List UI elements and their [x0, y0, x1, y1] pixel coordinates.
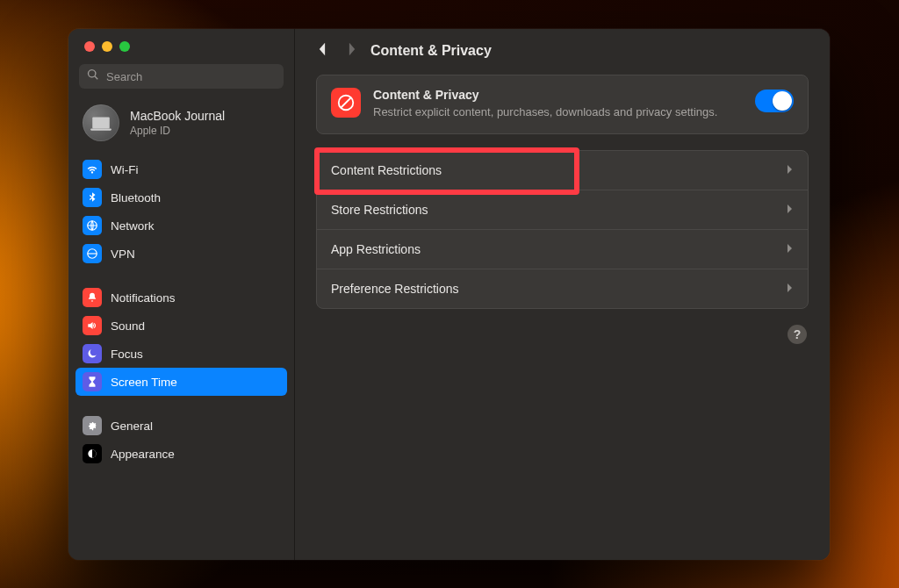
sidebar-item-label: General [111, 419, 153, 433]
svg-rect-0 [92, 118, 110, 129]
help-button[interactable]: ? [788, 325, 807, 344]
sidebar-item-sound[interactable]: Sound [76, 312, 287, 340]
gear-icon [83, 416, 102, 435]
account-name: MacBook Journal [130, 109, 225, 123]
chevron-right-icon [787, 242, 794, 256]
sidebar-item-label: VPN [111, 247, 135, 261]
sidebar-item-label: Bluetooth [111, 191, 161, 204]
account-row[interactable]: MacBook Journal Apple ID [68, 97, 294, 154]
row-content-restrictions[interactable]: Content Restrictions [317, 151, 808, 190]
maximize-button[interactable] [119, 41, 130, 52]
forward-button[interactable] [347, 41, 358, 61]
account-sub: Apple ID [130, 125, 225, 137]
back-button[interactable] [316, 41, 327, 61]
row-label: Preference Restrictions [331, 282, 459, 296]
window-controls [68, 29, 294, 59]
content-privacy-hero: Content & Privacy Restrict explicit cont… [316, 75, 809, 134]
minimize-button[interactable] [102, 41, 112, 52]
sidebar-item-label: Notifications [111, 291, 176, 305]
chevron-right-icon [787, 203, 794, 217]
help-label: ? [794, 327, 802, 341]
search-input[interactable] [104, 69, 276, 84]
chevron-right-icon [787, 163, 794, 177]
content-privacy-toggle[interactable] [755, 90, 794, 112]
nosign-icon [331, 88, 361, 118]
speaker-icon [83, 316, 102, 335]
bluetooth-icon [83, 188, 102, 207]
row-label: App Restrictions [331, 242, 421, 256]
svg-rect-1 [90, 129, 111, 131]
sidebar-item-appearance[interactable]: Appearance [76, 440, 287, 468]
hero-title: Content & Privacy [373, 88, 743, 102]
row-label: Store Restrictions [331, 203, 428, 217]
chevron-right-icon [787, 282, 794, 296]
row-app-restrictions[interactable]: App Restrictions [317, 229, 808, 269]
close-button[interactable] [84, 41, 95, 52]
page-title: Content & Privacy [370, 43, 809, 59]
detail-pane: Content & Privacy Content & Privacy Rest… [295, 29, 830, 560]
restrictions-list: Content Restrictions Store Restrictions … [316, 150, 809, 309]
sidebar-item-notifications[interactable]: Notifications [76, 283, 287, 312]
vpn-icon [83, 244, 102, 263]
search-icon [87, 68, 99, 84]
sidebar-item-label: Appearance [111, 448, 175, 461]
sidebar-item-label: Network [111, 219, 155, 233]
search-field[interactable] [79, 64, 284, 89]
sidebar: MacBook Journal Apple ID Wi-Fi Bluetooth [68, 29, 295, 560]
sidebar-item-label: Focus [111, 348, 143, 361]
globe-icon [83, 216, 102, 235]
sidebar-item-general[interactable]: General [76, 412, 287, 440]
sidebar-item-screen-time[interactable]: Screen Time [76, 368, 287, 396]
appearance-icon [83, 444, 102, 463]
hourglass-icon [83, 372, 102, 391]
wifi-icon [83, 160, 102, 179]
row-preference-restrictions[interactable]: Preference Restrictions [317, 269, 808, 308]
sidebar-item-vpn[interactable]: VPN [76, 240, 287, 268]
sidebar-item-label: Sound [111, 319, 145, 333]
svg-line-6 [342, 98, 351, 108]
row-store-restrictions[interactable]: Store Restrictions [317, 190, 808, 229]
sidebar-item-wifi[interactable]: Wi-Fi [76, 155, 287, 183]
sidebar-item-bluetooth[interactable]: Bluetooth [76, 183, 287, 212]
hero-description: Restrict explicit content, purchases, do… [373, 104, 743, 121]
bell-icon [83, 288, 102, 307]
row-label: Content Restrictions [331, 163, 442, 177]
system-settings-window: MacBook Journal Apple ID Wi-Fi Bluetooth [68, 29, 830, 560]
sidebar-item-label: Screen Time [111, 376, 177, 389]
sidebar-item-focus[interactable]: Focus [76, 340, 287, 368]
moon-icon [83, 344, 102, 363]
sidebar-item-network[interactable]: Network [76, 212, 287, 240]
sidebar-item-label: Wi-Fi [111, 163, 138, 176]
avatar [83, 104, 119, 141]
